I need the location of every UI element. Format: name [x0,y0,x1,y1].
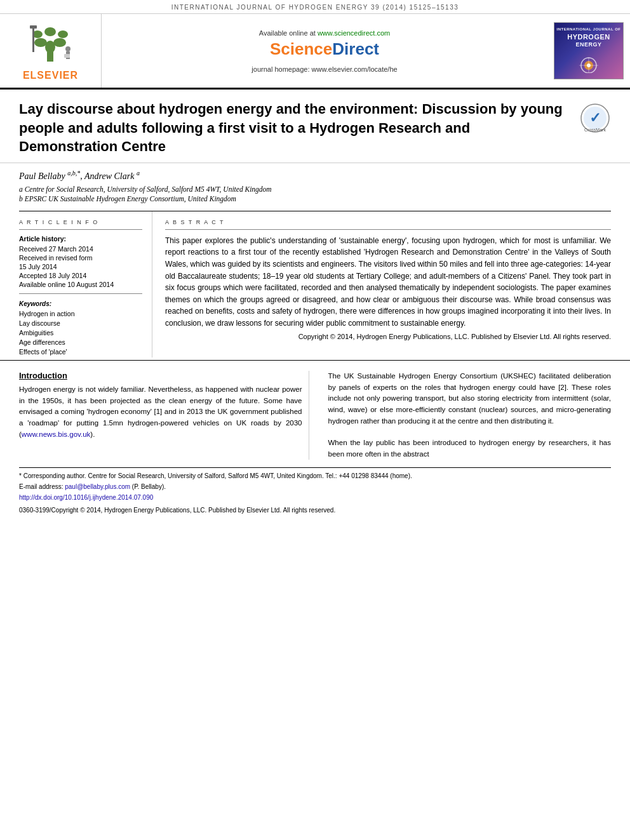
abstract-divider [165,229,611,230]
body-right-paragraph1: The UK Sustainable Hydrogen Energy Conso… [328,371,612,427]
received-date: Received 27 March 2014 [19,245,142,253]
science-text: Science [270,39,332,58]
article-title-section: Lay discourse about hydrogen energy and … [0,90,630,163]
svg-rect-0 [47,52,53,62]
svg-rect-7 [32,27,34,52]
body-section: Introduction Hydrogen energy is not wide… [0,360,630,460]
accepted-date: Accepted 18 July 2014 [19,272,142,279]
footer-text: 0360-3199/Copyright © 2014, Hydrogen Ene… [0,504,630,520]
journal-cover-title: International Journal of HYDROGEN ENERGY [556,27,620,49]
email-suffix: (P. Bellaby). [132,483,166,490]
author1-sup: a,b,*, [67,171,84,181]
abstract-copyright: Copyright © 2014, Hydrogen Energy Public… [165,333,611,340]
doi-link[interactable]: http://dx.doi.org/10.1016/j.ijhydene.201… [19,494,153,501]
article-title-container: Lay discourse about hydrogen energy and … [19,100,566,156]
introduction-paragraph1: Hydrogen energy is not widely familiar. … [19,384,302,441]
article-info-col: A R T I C L E I N F O Article history: R… [19,211,152,357]
authors-section: Paul Bellaby a,b,*, Andrew Clark a a Cen… [0,163,630,211]
abstract-text: This paper explores the public's underst… [165,235,611,330]
sciencedirect-logo: ScienceDirect [270,39,379,59]
journal-cover-container: International Journal of HYDROGEN ENERGY [547,14,630,88]
introduction-heading: Introduction [19,371,302,380]
article-title: Lay discourse about hydrogen energy and … [19,100,566,156]
keyword5: Effects of 'place' [19,348,142,356]
keywords-label: Keywords: [19,300,142,307]
journal-cover-image: International Journal of HYDROGEN ENERGY [554,22,624,79]
body-right-paragraph2: When the lay public has been introduced … [328,437,612,460]
article-info-divider [19,229,142,230]
footnote-section: * Corresponding author. Centre for Socia… [19,467,611,502]
keywords-divider [19,293,142,294]
history-label: Article history: [19,235,142,243]
author1-name: Paul Bellaby [19,171,65,181]
email-line: E-mail address: paul@bellaby.plus.com (P… [19,483,611,491]
journal-homepage: journal homepage: www.elsevier.com/locat… [251,65,397,73]
svg-point-3 [53,38,66,47]
elsevier-logo: ELSEVIER [23,20,78,81]
keyword3: Ambiguities [19,329,142,337]
author2-sup: a [137,171,140,181]
journal-banner: INTERNATIONAL JOURNAL OF HYDROGEN ENERGY… [0,0,630,14]
abstract-heading: A B S T R A C T [165,219,611,225]
svg-rect-8 [30,25,37,29]
sciencedirect-link[interactable]: www.sciencedirect.com [318,29,390,37]
body-left-col: Introduction Hydrogen energy is not wide… [19,371,309,460]
doi-line: http://dx.doi.org/10.1016/j.ijhydene.201… [19,493,611,502]
crossmark-logo[interactable]: ✓ CrossMark [579,102,611,134]
available-date: Available online 10 August 2014 [19,281,142,288]
elsevier-logo-container: ELSEVIER [0,14,102,88]
elsevier-tree-icon [25,20,76,65]
crossmark-icon: ✓ CrossMark [579,102,611,134]
received-revised-label: Received in revised form [19,254,142,262]
svg-point-2 [34,38,47,47]
article-info-abstract-section: A R T I C L E I N F O Article history: R… [0,211,630,357]
hydrogen-text: HYDROGEN [556,32,620,41]
keyword4: Age differences [19,338,142,346]
email-label: E-mail address: [19,483,63,490]
email-link[interactable]: paul@bellaby.plus.com [65,483,130,490]
energy-text: ENERGY [556,41,620,49]
article-info-heading: A R T I C L E I N F O [19,219,142,225]
svg-point-5 [44,27,56,36]
keyword2: Lay discourse [19,319,142,327]
corresponding-author: * Corresponding author. Centre for Socia… [19,472,611,481]
svg-text:✓: ✓ [589,110,601,126]
available-online-text: Available online at www.sciencedirect.co… [259,29,390,37]
affiliation1: a Centre for Social Research, University… [19,185,611,193]
header-area: ELSEVIER Available online at www.science… [0,14,630,90]
svg-rect-11 [64,54,70,58]
cover-graphic [570,54,608,74]
direct-text: Direct [332,39,379,58]
abstract-col: A B S T R A C T This paper explores the … [165,211,611,357]
body-right-col: The UK Sustainable Hydrogen Energy Conso… [322,371,612,460]
svg-text:CrossMark: CrossMark [584,128,606,132]
affiliation2: b EPSRC UK Sustainable Hydrogen Energy C… [19,195,611,203]
authors-line: Paul Bellaby a,b,*, Andrew Clark a [19,170,611,182]
elsevier-wordmark: ELSEVIER [23,70,78,81]
keyword1: Hydrogen in action [19,310,142,317]
svg-point-9 [65,46,70,51]
author2-name: Andrew Clark [84,171,134,181]
revised-date: 15 July 2014 [19,263,142,270]
header-center: Available online at www.sciencedirect.co… [102,14,547,88]
svg-point-6 [58,30,68,38]
bis-link[interactable]: www.news.bis.gov.uk [22,430,90,438]
